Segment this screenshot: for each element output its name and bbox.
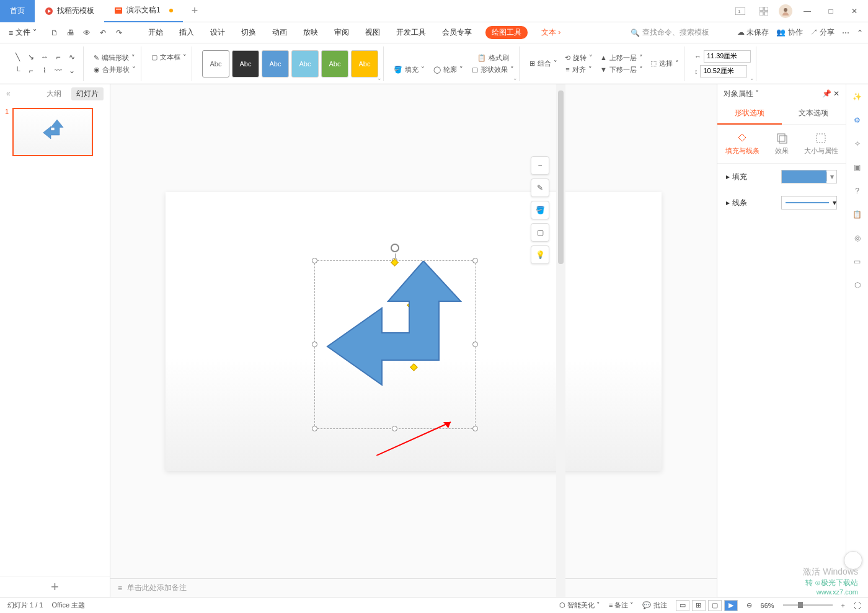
preview-icon[interactable]: 👁 xyxy=(81,27,92,38)
elbow-icon[interactable]: ⌐ xyxy=(52,51,64,63)
height-field[interactable]: ↕ xyxy=(694,65,751,77)
expand-format-icon[interactable]: ⌄ xyxy=(513,75,518,81)
add-slide-button[interactable]: + xyxy=(0,576,110,597)
reading-mode-icon[interactable]: 1 xyxy=(732,2,749,20)
collapse-panel-icon[interactable]: « xyxy=(6,89,11,98)
selection-box[interactable] xyxy=(314,260,476,429)
freeform-icon[interactable]: ⌇ xyxy=(38,64,51,77)
unsaved-button[interactable]: ☁ 未保存 xyxy=(737,27,769,38)
chevron-up-icon[interactable]: ⌃ xyxy=(857,29,863,37)
zoom-out-icon[interactable]: ⊖ xyxy=(746,601,752,609)
tab-slides[interactable]: 幻灯片 xyxy=(71,87,104,100)
clipboard-icon[interactable]: 📋 xyxy=(851,208,864,221)
section-line[interactable]: ▸ 线条 ▾ xyxy=(717,190,846,216)
search-input[interactable]: 🔍 查找命令、搜索模板 xyxy=(631,27,730,38)
float-idea-icon[interactable]: 💡 xyxy=(531,245,549,264)
shape-style-3[interactable]: Abc xyxy=(262,50,289,77)
close-panel-icon[interactable]: ✕ xyxy=(833,89,839,98)
view-normal-icon[interactable]: ▭ xyxy=(676,600,689,611)
menu-slideshow[interactable]: 放映 xyxy=(301,26,321,39)
textbox-button[interactable]: ▢ 文本框 ˅ xyxy=(151,53,187,62)
zoom-value[interactable]: 66% xyxy=(761,602,774,609)
height-input[interactable] xyxy=(700,65,747,77)
shape-style-6[interactable]: Abc xyxy=(351,50,378,77)
menu-devtools[interactable]: 开发工具 xyxy=(394,26,428,39)
print-icon[interactable]: 🖶 xyxy=(65,27,76,38)
menu-transition[interactable]: 切换 xyxy=(239,26,259,39)
notes-bar[interactable]: ≡ 单击此处添加备注 xyxy=(110,578,717,597)
arrow-shape[interactable] xyxy=(315,261,476,430)
save-icon[interactable]: 🗋 xyxy=(49,27,60,38)
thumb-1[interactable]: 1 xyxy=(5,108,105,156)
shape-style-2[interactable]: Abc xyxy=(232,50,259,77)
shape-style-4[interactable]: Abc xyxy=(291,50,319,77)
help-icon[interactable]: ? xyxy=(851,185,864,197)
backward-button[interactable]: ▼ 下移一层 ˅ xyxy=(600,65,643,74)
menu-vip[interactable]: 会员专享 xyxy=(440,26,474,39)
connector2-icon[interactable]: ⌐ xyxy=(25,64,37,77)
tab-home[interactable]: 首页 xyxy=(0,0,35,22)
file-menu[interactable]: ≡ 文件 ˅ xyxy=(5,27,40,38)
undo-icon[interactable]: ↶ xyxy=(97,27,108,38)
menu-view[interactable]: 视图 xyxy=(363,26,383,39)
fill-button[interactable]: 🪣填充˅ xyxy=(394,65,425,74)
edit-shape-button[interactable]: ✎ 编辑形状 ˅ xyxy=(94,53,136,63)
zoom-in-icon[interactable]: + xyxy=(841,602,845,609)
tab-shape-options[interactable]: 形状选项 xyxy=(717,103,782,125)
maximize-button[interactable]: □ xyxy=(822,2,839,20)
location-icon[interactable]: ◎ xyxy=(851,232,864,244)
float-collapse-icon[interactable]: − xyxy=(531,156,549,175)
user-avatar-icon[interactable] xyxy=(779,4,792,18)
tab-text-options[interactable]: 文本选项 xyxy=(782,103,846,125)
slide[interactable] xyxy=(166,192,662,471)
float-outline-icon[interactable]: ▢ xyxy=(531,223,549,242)
fit-screen-icon[interactable]: ⛶ xyxy=(854,602,861,609)
rotation-handle[interactable] xyxy=(391,244,399,252)
share-button[interactable]: ↗ 分享 xyxy=(810,27,835,38)
view-play-icon[interactable]: ▶ xyxy=(724,600,738,611)
select-button[interactable]: ⬚选择˅ xyxy=(650,53,679,74)
connector-icon[interactable]: └ xyxy=(11,64,24,77)
menu-animation[interactable]: 动画 xyxy=(270,26,290,39)
pin-icon[interactable]: 📌 xyxy=(822,89,831,98)
fill-color-swatch[interactable]: ▾ xyxy=(781,170,837,183)
subtab-effect[interactable]: 效果 xyxy=(775,133,789,156)
group-button[interactable]: ⊞组合˅ xyxy=(529,53,557,74)
more-lines-icon[interactable]: ⌄ xyxy=(66,64,78,77)
close-button[interactable]: ✕ xyxy=(846,2,863,20)
section-fill[interactable]: ▸ 填充 ▾ xyxy=(717,164,846,190)
expand-size-icon[interactable]: ⌄ xyxy=(750,75,755,81)
subtab-fill-line[interactable]: 填充与线条 xyxy=(725,133,760,156)
shape-effect-button[interactable]: ▢ 形状效果 ˅ xyxy=(472,65,514,74)
width-input[interactable] xyxy=(704,50,751,63)
menu-drawing-tools[interactable]: 绘图工具 xyxy=(485,26,528,39)
width-field[interactable]: ↔ xyxy=(694,50,751,63)
menu-review[interactable]: 审阅 xyxy=(332,26,352,39)
rotate-button[interactable]: ⟲ 旋转 ˅ xyxy=(565,53,593,63)
shape-style-1[interactable]: Abc xyxy=(202,50,229,77)
tab-add[interactable]: + xyxy=(183,4,207,17)
align-button[interactable]: ≡ 对齐 ˅ xyxy=(565,65,591,74)
star-icon[interactable]: ✧ xyxy=(851,138,864,150)
outline-button[interactable]: ◯轮廓˅ xyxy=(433,65,463,74)
settings-slider-icon[interactable]: ⚙ xyxy=(851,114,864,126)
menu-text-tools[interactable]: 文本 › xyxy=(539,26,563,39)
vertical-scrollbar[interactable] xyxy=(556,84,565,597)
sparkle-icon[interactable]: ✨ xyxy=(851,90,864,103)
line-icon[interactable]: ╲ xyxy=(11,51,24,63)
more-icon[interactable]: ⋯ xyxy=(842,29,849,37)
curve-icon[interactable]: ∿ xyxy=(66,51,78,63)
double-arrow-icon[interactable]: ↔ xyxy=(38,51,51,63)
menu-start[interactable]: 开始 xyxy=(146,26,166,39)
layers-icon[interactable]: ▣ xyxy=(851,161,864,174)
tab-document[interactable]: 演示文稿1 xyxy=(104,0,183,22)
smart-beautify-button[interactable]: ⬡ 智能美化 ˅ xyxy=(559,601,600,610)
comments-button[interactable]: 💬 批注 xyxy=(642,601,666,610)
subtab-size-prop[interactable]: 大小与属性 xyxy=(804,133,838,156)
forward-button[interactable]: ▲ 上移一层 ˅ xyxy=(600,53,643,63)
presentation-icon[interactable]: ▭ xyxy=(851,255,864,268)
notes-button[interactable]: ≡ 备注 ˅ xyxy=(609,601,634,610)
shape-style-5[interactable]: Abc xyxy=(321,50,348,77)
format-painter-button[interactable]: 📋 格式刷 xyxy=(477,53,509,63)
menu-insert[interactable]: 插入 xyxy=(177,26,197,39)
